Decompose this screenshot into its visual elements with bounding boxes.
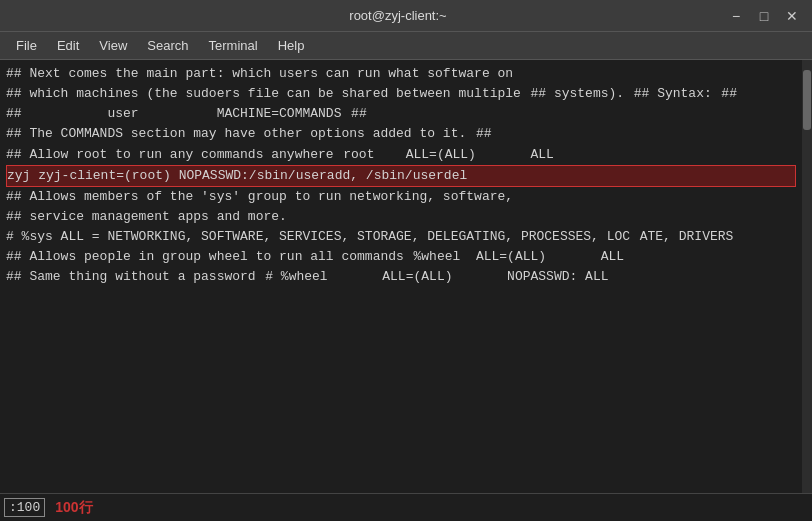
terminal-line: ## user MACHINE=COMMANDS <box>6 106 341 121</box>
terminal-line: ## service management apps and more. <box>6 209 287 224</box>
scrollbar-thumb[interactable] <box>803 70 811 130</box>
titlebar: root@zyj-client:~ − □ ✕ <box>0 0 812 32</box>
minimize-button[interactable]: − <box>726 8 746 24</box>
status-label: 100行 <box>55 499 92 517</box>
terminal-content: ## Next comes the main part: which users… <box>0 60 802 493</box>
menu-terminal[interactable]: Terminal <box>201 36 266 55</box>
terminal-line: ATE, DRIVERS <box>640 229 734 244</box>
terminal-line: root ALL=(ALL) ALL <box>343 147 554 162</box>
statusbar: :100 100行 <box>0 493 812 521</box>
terminal-line: ## <box>721 86 737 101</box>
maximize-button[interactable]: □ <box>754 8 774 24</box>
menu-search[interactable]: Search <box>139 36 196 55</box>
terminal-line: ## Next comes the main part: which users… <box>6 66 513 81</box>
menu-file[interactable]: File <box>8 36 45 55</box>
menu-edit[interactable]: Edit <box>49 36 87 55</box>
terminal-line: # %wheel ALL=(ALL) NOPASSWD: ALL <box>265 269 608 284</box>
scrollbar[interactable] <box>802 60 812 521</box>
close-button[interactable]: ✕ <box>782 8 802 24</box>
window-controls: − □ ✕ <box>726 8 802 24</box>
menu-help[interactable]: Help <box>270 36 313 55</box>
terminal-line: ## which machines (the sudoers file can … <box>6 86 521 101</box>
terminal-line: ## Allows people in group wheel to run a… <box>6 249 404 264</box>
terminal-line: %wheel ALL=(ALL) ALL <box>413 249 624 264</box>
status-command: :100 <box>4 498 45 517</box>
menubar: File Edit View Search Terminal Help <box>0 32 812 60</box>
terminal-line: ## Same thing without a password <box>6 269 256 284</box>
terminal-line: ## <box>351 106 367 121</box>
window-title: root@zyj-client:~ <box>70 8 726 23</box>
terminal-line: ## <box>476 126 492 141</box>
terminal-line: zyj zyj-client=(root) NOPASSWD:/sbin/use… <box>6 165 796 187</box>
terminal-line: ## The COMMANDS section may have other o… <box>6 126 466 141</box>
menu-view[interactable]: View <box>91 36 135 55</box>
terminal-line: ## Allows members of the 'sys' group to … <box>6 189 513 204</box>
terminal-line: ## Syntax: <box>634 86 712 101</box>
terminal-line: # %sys ALL = NETWORKING, SOFTWARE, SERVI… <box>6 229 630 244</box>
terminal-line: ## Allow root to run any commands anywhe… <box>6 147 334 162</box>
terminal-window[interactable]: ## Next comes the main part: which users… <box>0 60 812 521</box>
terminal-line: ## systems). <box>531 86 625 101</box>
